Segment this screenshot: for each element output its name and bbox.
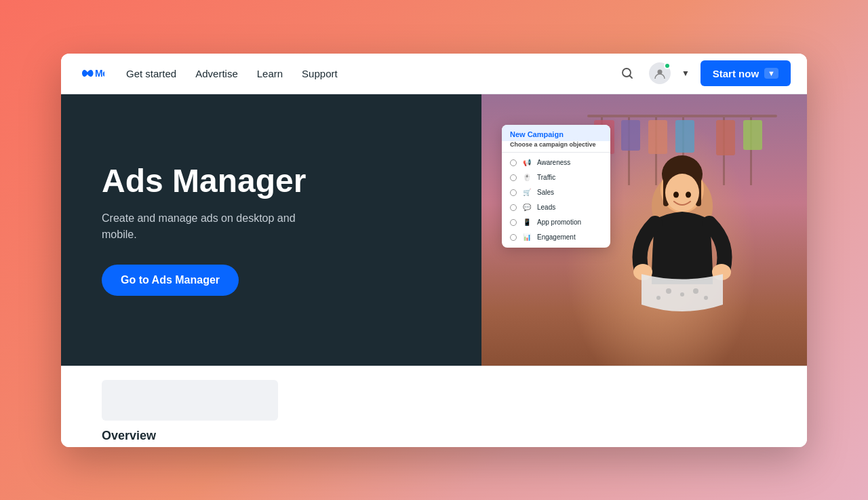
- popup-item-leads[interactable]: 💬 Leads: [502, 200, 610, 215]
- radio-engagement[interactable]: [510, 234, 517, 241]
- svg-rect-12: [621, 120, 640, 151]
- sales-label: Sales: [537, 189, 554, 196]
- radio-sales[interactable]: [510, 189, 517, 196]
- svg-point-29: [693, 288, 698, 294]
- popup-items-list: 📢 Awareness 🖱️ Traffic 🛒 Sales: [502, 153, 610, 248]
- app-promotion-icon: 📱: [522, 218, 532, 227]
- go-to-ads-manager-button[interactable]: Go to Ads Manager: [102, 265, 239, 296]
- hero-title: Ads Manager: [102, 164, 332, 199]
- nav-links: Get started Advertise Learn Support: [126, 68, 616, 79]
- person-illustration: [587, 94, 777, 366]
- popup-item-app-promotion[interactable]: 📱 App promotion: [502, 215, 610, 230]
- radio-awareness[interactable]: [510, 159, 517, 166]
- hero-section: Ads Manager Create and manage ads on des…: [61, 94, 807, 366]
- awareness-icon: 📢: [522, 158, 532, 168]
- awareness-label: Awareness: [537, 159, 570, 166]
- svg-point-24: [686, 191, 691, 197]
- sales-icon: 🛒: [522, 188, 532, 197]
- popup-item-traffic[interactable]: 🖱️ Traffic: [502, 170, 610, 185]
- svg-point-27: [666, 288, 671, 294]
- svg-point-30: [656, 296, 660, 300]
- popup-item-awareness[interactable]: 📢 Awareness: [502, 155, 610, 170]
- avatar-chevron-icon[interactable]: ▼: [682, 69, 690, 78]
- nav-support[interactable]: Support: [302, 68, 338, 79]
- nav-advertise[interactable]: Advertise: [195, 68, 238, 79]
- popup-item-sales[interactable]: 🛒 Sales: [502, 185, 610, 200]
- navigation: Meta Get started Advertise Learn Support: [61, 54, 807, 94]
- bottom-left-area: Overview: [102, 380, 278, 443]
- logo-area[interactable]: Meta: [77, 65, 104, 81]
- nav-learn[interactable]: Learn: [257, 68, 283, 79]
- meta-logo: Meta: [77, 65, 104, 81]
- start-now-button[interactable]: Start now ▼: [701, 60, 791, 86]
- popup-item-engagement[interactable]: 📊 Engagement: [502, 230, 610, 245]
- user-avatar[interactable]: [649, 62, 671, 84]
- radio-traffic[interactable]: [510, 174, 517, 181]
- browser-window: Meta Get started Advertise Learn Support: [61, 54, 807, 447]
- app-promotion-label: App promotion: [537, 218, 581, 226]
- hero-subtitle: Create and manage ads on desktop and mob…: [102, 210, 332, 243]
- bottom-card: [102, 380, 278, 421]
- svg-point-23: [673, 191, 679, 197]
- traffic-icon: 🖱️: [522, 173, 532, 182]
- meta-logo-svg: Meta: [77, 65, 104, 81]
- start-now-label: Start now: [713, 68, 759, 79]
- traffic-label: Traffic: [537, 174, 555, 181]
- campaign-popup: New Campaign Choose a campaign objective…: [502, 125, 610, 248]
- svg-rect-15: [716, 120, 735, 155]
- avatar-badge: [664, 62, 671, 69]
- engagement-icon: 📊: [522, 233, 532, 242]
- leads-icon: 💬: [522, 203, 532, 212]
- svg-rect-4: [587, 115, 777, 117]
- hero-content: Ads Manager Create and manage ads on des…: [61, 164, 373, 296]
- popup-objective-subtitle: Choose a campaign objective: [502, 141, 610, 153]
- svg-rect-14: [675, 120, 694, 153]
- svg-text:Meta: Meta: [95, 68, 104, 79]
- radio-app-promotion[interactable]: [510, 219, 517, 226]
- engagement-label: Engagement: [537, 233, 576, 241]
- svg-rect-16: [743, 120, 762, 150]
- svg-rect-13: [648, 120, 667, 154]
- radio-leads[interactable]: [510, 204, 517, 211]
- nav-get-started[interactable]: Get started: [126, 68, 176, 79]
- svg-point-31: [704, 296, 708, 300]
- leads-label: Leads: [537, 204, 555, 211]
- overview-label: Overview: [102, 429, 278, 443]
- bottom-section: Overview: [61, 366, 807, 447]
- hero-image: New Campaign Choose a campaign objective…: [481, 94, 807, 366]
- start-now-chevron-icon: ▼: [764, 68, 778, 79]
- nav-right-area: ▼ Start now ▼: [616, 60, 791, 86]
- popup-header: New Campaign: [502, 125, 610, 141]
- svg-point-28: [680, 292, 684, 296]
- svg-line-2: [629, 76, 632, 79]
- svg-point-22: [665, 174, 699, 212]
- search-icon[interactable]: [616, 62, 638, 84]
- popup-new-campaign-label: New Campaign: [510, 130, 602, 138]
